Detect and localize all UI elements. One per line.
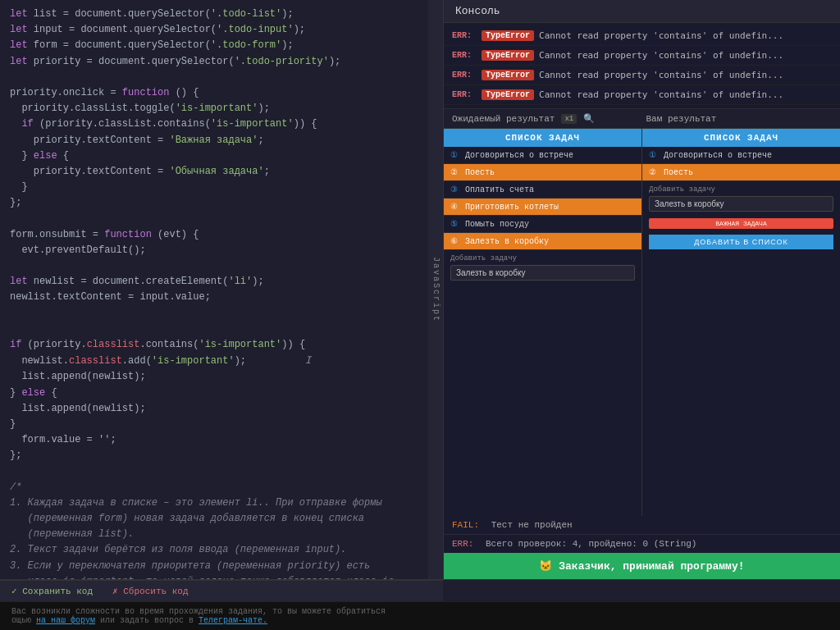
err-text-4: Cannot read property 'contains' of undef… bbox=[539, 89, 783, 100]
expected-task-6: ⑥ Залезть в коробку bbox=[444, 233, 641, 250]
error-row-1: ERR: TypeError Cannot read property 'con… bbox=[444, 26, 840, 46]
fail-label: FAIL: bbox=[452, 520, 479, 530]
results-container: СПИСОК ЗАДАЧ ① Договориться о встрече ② … bbox=[444, 129, 840, 516]
actual-task-num-1: ① bbox=[649, 150, 659, 160]
err-badge-3: TypeError bbox=[482, 70, 534, 80]
actual-task-text-1: Договориться о встрече bbox=[664, 151, 772, 160]
error-row-3: ERR: TypeError Cannot read property 'con… bbox=[444, 66, 840, 85]
err-badge-4: TypeError bbox=[482, 89, 534, 100]
expected-task-5: ⑤ Помыть посуду bbox=[444, 216, 641, 233]
console-panel: Консоль ERR: TypeError Cannot read prope… bbox=[443, 0, 840, 579]
actual-task-list-title: СПИСОК ЗАДАЧ bbox=[642, 129, 840, 147]
important-badge: ВАЖНАЯ ЗАДАЧА bbox=[649, 218, 833, 229]
fail-row: FAIL: Тест не пройден bbox=[444, 516, 840, 535]
err-label-2: ERR: bbox=[452, 51, 475, 60]
task-text-3: Оплатить счета bbox=[465, 185, 534, 194]
footer-hint: Вас возникли сложности во время прохожде… bbox=[0, 601, 840, 630]
add-task-area-actual: Добавить задачу bbox=[642, 181, 840, 216]
task-text-6: Залезть в коробку bbox=[465, 237, 549, 246]
expected-task-2: ② Поесть bbox=[444, 164, 641, 181]
actual-task-text-2: Поесть bbox=[664, 168, 693, 177]
expected-panel: СПИСОК ЗАДАЧ ① Договориться о встрече ② … bbox=[444, 129, 642, 516]
task-num-5: ⑤ bbox=[450, 219, 460, 229]
expected-header-left: Ожидаемый результат x1 🔍 bbox=[452, 113, 638, 124]
code-editor[interactable]: let list = document.querySelector('.todo… bbox=[0, 0, 428, 579]
x1-badge: x1 bbox=[561, 114, 577, 124]
expected-task-4: ④ Приготовить котлеты bbox=[444, 199, 641, 216]
add-to-list-button[interactable]: ДОБАВИТЬ В СПИСОК bbox=[649, 235, 833, 249]
expected-task-list-title: СПИСОК ЗАДАЧ bbox=[444, 129, 641, 147]
main-content: let list = document.querySelector('.todo… bbox=[0, 0, 840, 579]
error-row-2: ERR: TypeError Cannot read property 'con… bbox=[444, 46, 840, 66]
summary-err-label: ERR: bbox=[452, 539, 473, 549]
expected-task-3: ③ Оплатить счета bbox=[444, 181, 641, 199]
err-text-2: Cannot read property 'contains' of undef… bbox=[539, 50, 783, 61]
task-num-4: ④ bbox=[450, 202, 460, 212]
expected-label: Ожидаемый результат bbox=[452, 114, 555, 124]
task-num-2: ② bbox=[450, 167, 460, 177]
console-title: Консоль bbox=[444, 0, 840, 23]
actual-task-num-2: ② bbox=[649, 167, 659, 177]
task-num-1: ① bbox=[450, 150, 460, 160]
actual-panel: СПИСОК ЗАДАЧ ① Договориться о встрече ② … bbox=[642, 129, 840, 516]
save-button[interactable]: ✓ Сохранить код bbox=[11, 586, 93, 596]
submit-bar[interactable]: 🐱 Заказчик, принимай программу! bbox=[444, 553, 840, 579]
error-list: ERR: TypeError Cannot read property 'con… bbox=[444, 23, 840, 109]
err-label-3: ERR: bbox=[452, 71, 475, 80]
sidebar-js-label: JavaScript bbox=[428, 0, 443, 579]
task-num-3: ③ bbox=[450, 185, 460, 194]
summary-row: ERR: Всего проверок: 4, пройдено: 0 (Str… bbox=[444, 535, 840, 553]
fail-text: Тест не пройден bbox=[491, 520, 573, 530]
err-label-1: ERR: bbox=[452, 31, 475, 40]
reset-button[interactable]: ✗ Сбросить код bbox=[112, 586, 188, 596]
err-text-1: Cannot read property 'contains' of undef… bbox=[539, 30, 783, 41]
summary-text: Всего проверок: 4, пройдено: 0 (String) bbox=[486, 539, 696, 549]
task-text-4: Приготовить котлеты bbox=[465, 203, 559, 212]
code-panel: let list = document.querySelector('.todo… bbox=[0, 0, 443, 579]
task-text-1: Договориться о встрече bbox=[465, 151, 573, 160]
search-icon[interactable]: 🔍 bbox=[583, 113, 595, 124]
actual-task-2: ② Поесть bbox=[642, 164, 840, 181]
hint-prefix: ощью bbox=[11, 616, 36, 625]
telegram-link[interactable]: Телеграм-чате. bbox=[199, 616, 267, 625]
add-task-input-expected[interactable] bbox=[450, 265, 635, 281]
error-row-4: ERR: TypeError Cannot read property 'con… bbox=[444, 85, 840, 105]
code-footer: ✓ Сохранить код ✗ Сбросить код bbox=[0, 580, 443, 601]
err-label-4: ERR: bbox=[452, 90, 475, 99]
hint-text: Вас возникли сложности во время прохожде… bbox=[11, 607, 386, 616]
add-task-label-expected: Добавить задачу bbox=[450, 254, 635, 262]
err-badge-2: TypeError bbox=[482, 50, 534, 61]
status-bar: FAIL: Тест не пройден ERR: Всего проверо… bbox=[444, 516, 840, 579]
results-header: Ожидаемый результат x1 🔍 Вам результат bbox=[444, 109, 840, 129]
code-footer-area: ✓ Сохранить код ✗ Сбросить код bbox=[0, 579, 840, 601]
add-task-area-expected: Добавить задачу bbox=[444, 250, 641, 285]
err-badge-1: TypeError bbox=[482, 30, 534, 41]
hint-middle: или задать вопрос в bbox=[95, 616, 199, 625]
add-task-input-actual[interactable] bbox=[649, 196, 833, 212]
expected-task-1: ① Договориться о встрече bbox=[444, 147, 641, 164]
actual-task-1: ① Договориться о встрече bbox=[642, 147, 840, 164]
task-text-2: Поесть bbox=[465, 168, 495, 177]
forum-link[interactable]: на наш форум bbox=[36, 616, 95, 625]
actual-header-label: Вам результат bbox=[638, 114, 833, 124]
task-num-6: ⑥ bbox=[450, 236, 460, 246]
task-text-5: Помыть посуду bbox=[465, 220, 529, 229]
err-text-3: Cannot read property 'contains' of undef… bbox=[539, 70, 783, 80]
add-task-label-actual: Добавить задачу bbox=[649, 185, 833, 194]
